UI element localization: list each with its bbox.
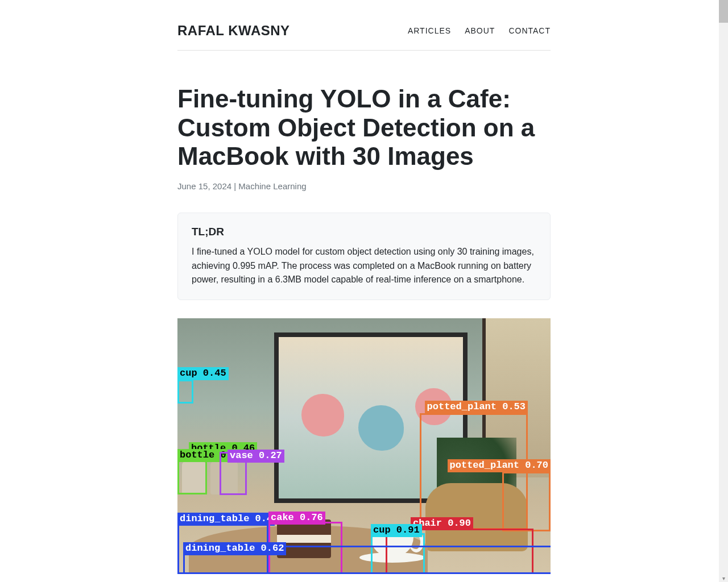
detection-label-cup: cup 0.45: [177, 367, 229, 380]
scrollbar-thumb[interactable]: [719, 0, 728, 23]
tldr-text: I fine-tuned a YOLO model for custom obj…: [192, 245, 536, 287]
detection-label-cake: cake 0.76: [268, 512, 325, 524]
nav-link-contact[interactable]: CONTACT: [508, 26, 551, 35]
article-title: Fine-tuning YOLO in a Cafe: Custom Objec…: [177, 85, 551, 171]
flower-decoration: [301, 394, 344, 436]
detection-label-cup: cup 0.91: [371, 524, 422, 537]
nav-link-about[interactable]: ABOUT: [465, 26, 495, 35]
article-date: June 15, 2024: [177, 181, 231, 191]
meta-separator: |: [231, 181, 238, 191]
detection-label-dining-table: dining_table 0.62: [183, 542, 286, 555]
site-header: RAFAL KWASNY ARTICLES ABOUT CONTACT: [177, 0, 551, 51]
detection-label-vase: vase 0.27: [228, 450, 284, 462]
main-nav: ARTICLES ABOUT CONTACT: [408, 26, 551, 35]
scrollbar-track[interactable]: ▾: [719, 0, 728, 574]
tldr-heading: TL;DR: [192, 226, 536, 238]
nav-link-articles[interactable]: ARTICLES: [408, 26, 451, 35]
detection-box-potted-plant: [502, 472, 551, 531]
tldr-box: TL;DR I fine-tuned a YOLO model for cust…: [177, 213, 551, 300]
detection-box-cup: [177, 380, 193, 404]
detection-label-dining-table: dining_table 0.4: [177, 513, 275, 525]
hero-image: cup 0.45 potted_plant 0.53 potted_plant …: [177, 318, 551, 574]
detection-label-potted-plant: potted_plant 0.70: [448, 459, 551, 472]
article-category: Machine Learning: [238, 181, 306, 191]
article-meta: June 15, 2024 | Machine Learning: [177, 181, 551, 191]
detection-label-potted-plant: potted_plant 0.53: [425, 401, 528, 413]
page-container: RAFAL KWASNY ARTICLES ABOUT CONTACT Fine…: [171, 0, 557, 574]
flower-decoration: [358, 405, 404, 451]
site-title[interactable]: RAFAL KWASNY: [177, 23, 290, 39]
